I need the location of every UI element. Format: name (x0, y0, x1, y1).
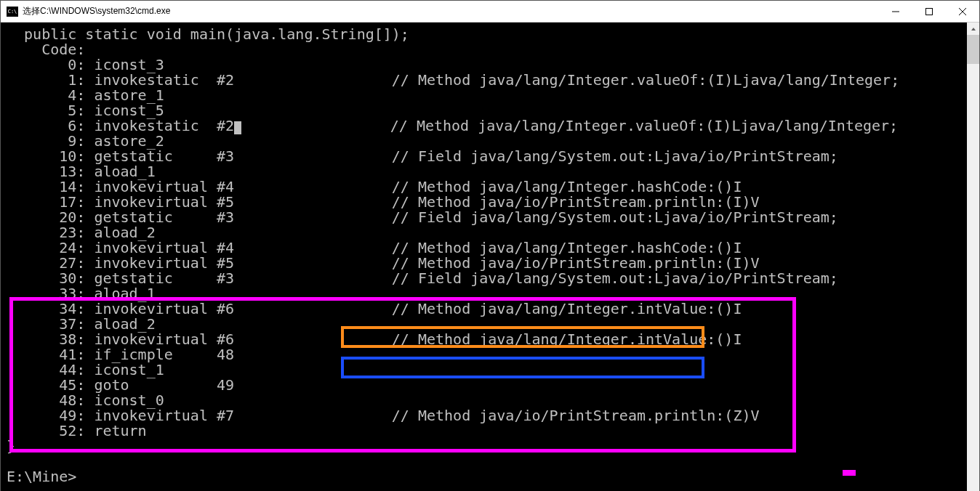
code-line: 52: return (7, 422, 147, 439)
selection-cursor (234, 121, 241, 134)
titlebar[interactable]: 选择C:\WINDOWS\system32\cmd.exe (1, 1, 979, 23)
cmd-icon (7, 7, 18, 17)
scroll-up-button[interactable] (967, 23, 979, 35)
highlight-mark (843, 470, 856, 476)
terminal-output[interactable]: public static void main(java.lang.String… (1, 23, 967, 491)
minimize-button[interactable] (879, 1, 912, 23)
maximize-button[interactable] (912, 1, 946, 23)
close-button[interactable] (946, 1, 979, 23)
cmd-window: 选择C:\WINDOWS\system32\cmd.exe public sta… (0, 0, 980, 491)
scroll-thumb[interactable] (967, 35, 979, 64)
window-title: 选择C:\WINDOWS\system32\cmd.exe (23, 5, 170, 17)
code-line: // Method java/lang/Integer.valueOf:(I)L… (241, 117, 898, 134)
svg-rect-1 (926, 8, 933, 15)
code-line: } (7, 437, 15, 455)
vertical-scrollbar[interactable] (967, 23, 979, 491)
svg-marker-4 (971, 28, 976, 31)
terminal-area: public static void main(java.lang.String… (1, 23, 979, 491)
